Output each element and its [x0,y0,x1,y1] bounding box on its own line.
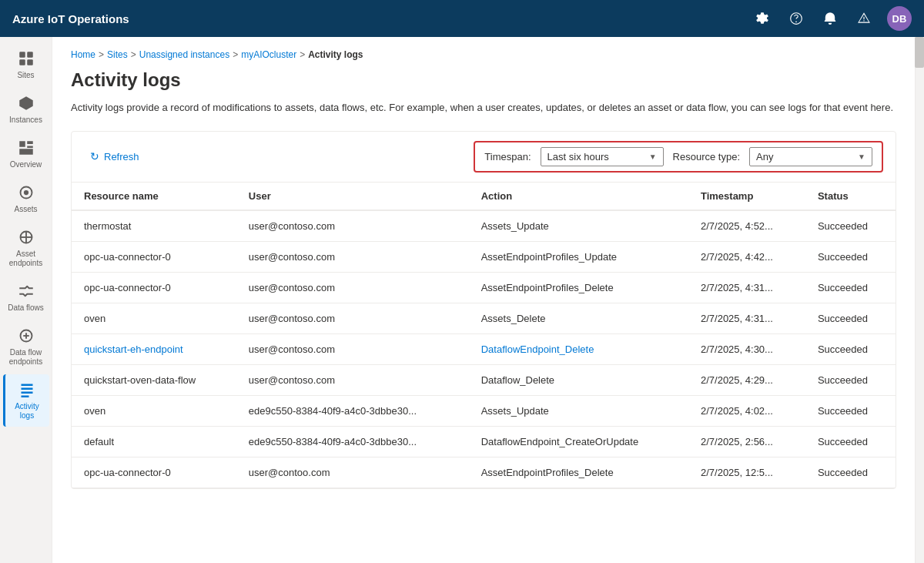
timespan-value: Last six hours [547,151,643,163]
cell-action: Dataflow_Delete [469,364,688,395]
breadcrumb-cluster[interactable]: myAIOcluster [241,49,296,60]
table-row: quickstart-eh-endpointuser@contoso.comDa… [72,333,896,364]
timespan-select[interactable]: Last six hours ▼ [541,147,664,166]
sidebar-item-sites[interactable]: Sites [3,43,49,86]
cell-timestamp: 2/7/2025, 12:5... [688,457,805,488]
svg-rect-17 [22,384,33,387]
col-header-timestamp: Timestamp [688,183,805,210]
activity-logs-icon [18,380,36,399]
sidebar-item-asset-endpoints[interactable]: Asset endpoints [3,222,49,274]
cell-user: ede9c550-8384-40f9-a4c0-3dbbe30... [236,426,469,457]
page-description: Activity logs provide a record of modifi… [71,100,896,116]
resource-type-chevron-icon: ▼ [858,152,865,161]
scrollbar[interactable] [915,37,924,563]
cell-resource-name[interactable]: quickstart-eh-endpoint [72,333,236,364]
sidebar-item-activity-logs[interactable]: Activity logs [3,374,49,427]
overview-icon [17,139,35,157]
cell-timestamp: 2/7/2025, 4:52... [688,210,805,242]
sidebar-item-data-flow-endpoints[interactable]: Data flow endpoints [3,320,49,373]
resource-link[interactable]: quickstart-eh-endpoint [84,343,183,355]
cell-status: Succeeded [805,426,896,457]
cell-action: Assets_Update [469,395,688,426]
main-layout: Sites Instances Overview Assets Asset en… [0,37,924,563]
refresh-button[interactable]: ↻ Refresh [84,147,146,166]
cell-timestamp: 2/7/2025, 4:02... [688,395,805,426]
svg-rect-8 [19,149,33,155]
sidebar: Sites Instances Overview Assets Asset en… [0,37,52,563]
timespan-chevron-icon: ▼ [649,152,657,161]
cell-user: user@contoso.com [236,333,469,364]
filter-group: Timespan: Last six hours ▼ Resource type… [474,141,883,173]
cell-status: Succeeded [805,395,896,426]
instances-icon [17,94,35,112]
svg-rect-6 [27,141,33,144]
svg-rect-20 [22,396,29,398]
svg-rect-5 [19,141,25,147]
resource-type-select[interactable]: Any ▼ [749,147,872,166]
sidebar-item-data-flows[interactable]: Data flows [3,276,49,319]
cell-resource-name: thermostat [72,210,236,242]
table-row: opc-ua-connector-0user@contoo.comAssetEn… [72,457,896,488]
settings-icon[interactable] [752,8,773,29]
sidebar-item-label: Asset endpoints [6,250,46,268]
resource-type-label: Resource type: [673,151,740,163]
sidebar-item-label: Sites [17,71,34,80]
cell-timestamp: 2/7/2025, 4:30... [688,333,805,364]
cell-status: Succeeded [805,272,896,303]
breadcrumb-home[interactable]: Home [71,49,95,60]
cell-timestamp: 2/7/2025, 4:29... [688,364,805,395]
cell-status: Succeeded [805,364,896,395]
asset-endpoints-icon [17,228,35,246]
resource-type-value: Any [756,151,852,163]
col-header-action: Action [469,183,688,210]
sidebar-item-overview[interactable]: Overview [3,132,49,176]
sites-icon [17,49,35,68]
sidebar-item-label: Data flow endpoints [6,348,46,367]
help-icon[interactable] [785,8,807,29]
svg-rect-2 [19,59,25,65]
col-header-status: Status [805,183,896,210]
user-avatar[interactable]: DB [887,6,912,31]
cell-timestamp: 2/7/2025, 4:31... [688,272,805,303]
sidebar-item-label: Data flows [8,303,44,313]
svg-rect-18 [22,388,33,390]
notifications-icon[interactable] [819,8,841,29]
breadcrumb-sep-2: > [131,49,136,60]
breadcrumb-sites[interactable]: Sites [107,49,128,60]
action-link[interactable]: DataflowEndpoint_Delete [481,343,594,355]
assets-icon [17,183,35,202]
cell-resource-name: default [72,426,236,457]
cell-resource-name: opc-ua-connector-0 [72,272,236,303]
cell-user: user@contoso.com [236,364,469,395]
cell-action: AssetEndpointProfiles_Delete [469,457,688,488]
sidebar-item-label: Instances [9,116,42,125]
svg-rect-7 [27,146,33,149]
cell-status: Succeeded [805,303,896,333]
cell-resource-name: oven [72,303,236,333]
breadcrumb-current: Activity logs [308,49,363,60]
svg-rect-0 [19,52,25,58]
data-flow-endpoints-icon [17,327,35,345]
cell-action[interactable]: DataflowEndpoint_Delete [469,333,688,364]
sidebar-item-label: Assets [14,205,37,214]
cell-timestamp: 2/7/2025, 2:56... [688,426,805,457]
breadcrumb-unassigned[interactable]: Unassigned instances [139,49,229,60]
sidebar-item-assets[interactable]: Assets [3,177,49,220]
timespan-label: Timespan: [484,151,531,163]
data-flows-icon [17,282,35,300]
cell-action: DataflowEndpoint_CreateOrUpdate [469,426,688,457]
svg-rect-1 [27,52,33,58]
page-title: Activity logs [71,69,896,91]
cell-timestamp: 2/7/2025, 4:42... [688,241,805,272]
toolbar: ↻ Refresh Timespan: Last six hours ▼ Res… [72,132,896,183]
breadcrumb-sep-1: > [99,49,104,60]
sidebar-item-label: Overview [10,160,42,169]
cell-status: Succeeded [805,241,896,272]
sidebar-item-instances[interactable]: Instances [3,88,49,131]
svg-rect-19 [22,392,33,394]
table-header-row: Resource name User Action Timestamp Stat… [72,183,896,210]
main-content: Home > Sites > Unassigned instances > my… [52,37,915,563]
col-header-user: User [236,183,469,210]
top-navigation: Azure IoT Operations DB [0,0,924,37]
alerts-icon[interactable] [853,8,875,29]
